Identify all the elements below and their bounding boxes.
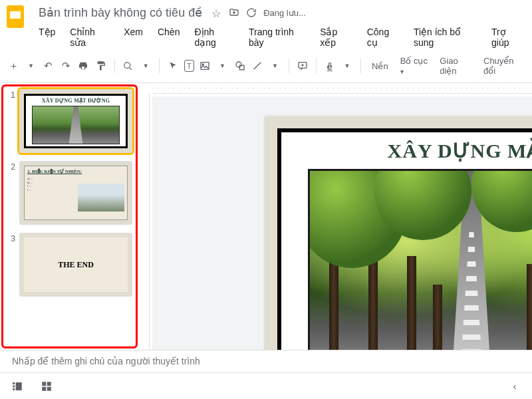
paint-format-button[interactable] <box>94 58 108 74</box>
bottom-bar: ‹ <box>0 372 532 399</box>
theme-button[interactable]: Giao diện <box>436 53 475 78</box>
background-button[interactable]: Nền <box>368 59 392 74</box>
zoom-button[interactable] <box>122 58 135 74</box>
thumb-title: THE END <box>58 260 94 270</box>
line-tool[interactable] <box>251 58 264 74</box>
svg-rect-11 <box>47 382 51 386</box>
comment-button[interactable] <box>295 58 309 74</box>
svg-point-2 <box>203 64 204 65</box>
slides-logo <box>7 5 29 28</box>
input-tools-dropdown[interactable]: ▼ <box>340 58 354 74</box>
line-dropdown[interactable]: ▼ <box>268 58 281 74</box>
svg-rect-7 <box>13 385 15 387</box>
menu-bar: Tệp Chỉnh sửa Xem Chèn Định dạng Trang t… <box>36 25 525 49</box>
transition-button[interactable]: Chuyển đổi <box>479 53 525 78</box>
svg-rect-4 <box>239 65 244 70</box>
doc-title[interactable]: Bản trình bày không có tiêu đề <box>36 4 205 21</box>
cloud-sync-icon <box>246 7 257 18</box>
image-tool[interactable] <box>198 58 211 74</box>
menu-arrange[interactable]: Sắp xếp <box>317 25 355 49</box>
new-slide-dropdown[interactable]: ▼ <box>24 58 37 74</box>
header: Bản trình bày không có tiêu đề ☆ Đang lư… <box>0 0 532 49</box>
menu-insert[interactable]: Chèn <box>155 25 182 49</box>
thumb-number: 2 <box>6 162 15 172</box>
ruler-vertical <box>139 94 150 350</box>
layout-button[interactable]: Bố cục <box>396 53 432 78</box>
thumb-number: 3 <box>6 234 15 243</box>
print-button[interactable] <box>76 58 90 74</box>
slide-thumbnails-panel: 1 XÂY DỰNG MẶT ĐƯỜNG 2 2. ĐIỀU KIỆN TỰ N… <box>1 84 138 348</box>
menu-tools[interactable]: Công cụ <box>364 25 402 49</box>
input-tools-button[interactable]: ê <box>323 58 336 74</box>
select-tool[interactable] <box>166 58 180 74</box>
filmstrip-view-icon[interactable] <box>9 378 25 394</box>
star-icon[interactable]: ☆ <box>211 7 222 18</box>
speaker-notes[interactable]: Nhấp để thêm ghi chú của người thuyết tr… <box>0 350 532 372</box>
thumb-number: 1 <box>6 90 15 100</box>
menu-format[interactable]: Định dạng <box>192 25 237 49</box>
menu-file[interactable]: Tệp <box>36 25 58 49</box>
svg-point-3 <box>236 62 241 67</box>
menu-view[interactable]: Xem <box>121 25 146 49</box>
canvas-area: XÂY DỰNG MẶT <box>139 83 532 350</box>
slide-thumbnail-3[interactable]: THE END <box>19 233 132 297</box>
svg-rect-10 <box>42 382 46 386</box>
svg-rect-12 <box>42 386 46 390</box>
svg-point-0 <box>124 62 130 68</box>
redo-button[interactable]: ↷ <box>59 58 72 74</box>
textbox-tool[interactable]: T <box>184 60 195 72</box>
menu-slide[interactable]: Trang trình bày <box>246 25 308 49</box>
thumb-image <box>78 184 124 211</box>
zoom-dropdown[interactable]: ▼ <box>139 58 152 74</box>
svg-rect-13 <box>47 386 51 390</box>
svg-rect-9 <box>16 382 22 390</box>
menu-help[interactable]: Trợ giúp <box>489 25 525 49</box>
menu-addons[interactable]: Tiện ích bổ sung <box>411 25 479 49</box>
image-dropdown[interactable]: ▼ <box>215 58 229 74</box>
explore-chevron-icon[interactable]: ‹ <box>507 378 523 394</box>
slide-image[interactable] <box>308 169 532 350</box>
ruler-horizontal <box>152 83 532 94</box>
slide-thumbnail-2[interactable]: 2. ĐIỀU KIỆN TỰ NHIÊN: a) …b) …▪ …▪ … <box>19 161 132 225</box>
grid-view-icon[interactable] <box>39 378 55 394</box>
current-slide[interactable]: XÂY DỰNG MẶT <box>265 116 532 350</box>
undo-button[interactable]: ↶ <box>42 58 55 74</box>
saving-status: Đang lưu... <box>263 8 306 18</box>
toolbar: ＋ ▼ ↶ ↷ ▼ T ▼ ▼ ê ▼ Nền Bố cục Giao diện… <box>0 49 532 83</box>
slide-title[interactable]: XÂY DỰNG MẶT <box>388 139 532 162</box>
notes-placeholder: Nhấp để thêm ghi chú của người thuyết tr… <box>12 356 200 366</box>
thumb-title: XÂY DỰNG MẶT ĐƯỜNG <box>42 98 110 104</box>
menu-edit[interactable]: Chỉnh sửa <box>67 25 112 49</box>
svg-rect-6 <box>13 382 15 384</box>
svg-rect-8 <box>13 388 15 390</box>
slide-thumbnail-1[interactable]: XÂY DỰNG MẶT ĐƯỜNG <box>19 89 132 153</box>
canvas[interactable]: XÂY DỰNG MẶT <box>152 96 532 350</box>
thumb-image <box>32 106 120 144</box>
move-folder-icon[interactable] <box>229 7 239 18</box>
shape-tool[interactable] <box>233 58 247 74</box>
thumb-title: 2. ĐIỀU KIỆN TỰ NHIÊN: <box>27 169 124 174</box>
new-slide-button[interactable]: ＋ <box>7 58 20 74</box>
